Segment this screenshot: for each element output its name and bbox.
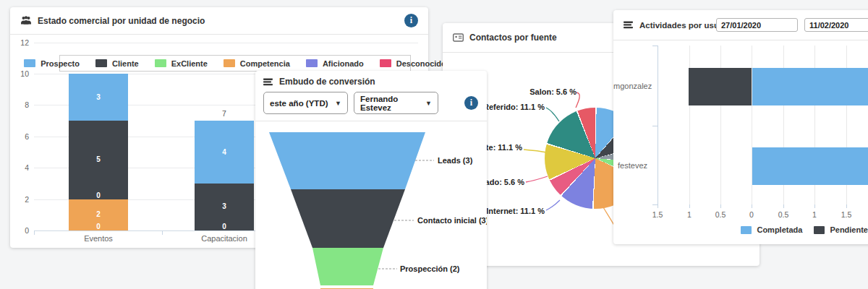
legend-item-cliente[interactable]: Cliente	[95, 59, 139, 68]
legend-swatch	[306, 59, 318, 67]
x-axis-tick-label: 1	[800, 210, 829, 219]
legend-swatch	[814, 226, 825, 234]
legend-item-excliente[interactable]: ExCliente	[155, 59, 208, 68]
bar-zero-value: 0	[84, 191, 113, 199]
user-select[interactable]: Fernando Estevez ▼	[354, 92, 438, 114]
info-icon[interactable]: i	[464, 96, 478, 110]
legend-label: ExCliente	[171, 59, 208, 68]
x-axis-tick	[846, 204, 847, 208]
x-axis-tick	[720, 204, 721, 208]
pie-connector-line	[546, 108, 559, 121]
bar-completada-festevez[interactable]	[752, 147, 868, 185]
bars-icon	[263, 78, 273, 86]
x-axis-tick	[34, 230, 35, 235]
funnel-stage-label: Leads (3)	[438, 156, 473, 165]
embudo-chart-area: Leads (3)Contacto inicial (3)Prospección…	[263, 126, 487, 289]
legend-swatch	[95, 59, 107, 67]
actividades-chart-area: mgonzalezfestevez1.510.500.511.5Completa…	[613, 40, 868, 244]
legend-label: Completada	[757, 225, 802, 234]
legend-item-desconocido[interactable]: Desconocido	[380, 59, 446, 68]
x-axis-tick-label: 0.5	[769, 210, 798, 219]
y-category-label: festevez	[613, 161, 652, 170]
panel-embudo-conversion: Embudo de conversión este año (YTD) ▼ Fe…	[255, 71, 487, 289]
legend-swatch	[380, 59, 391, 67]
x-axis-tick-label: 0	[737, 210, 766, 219]
pie-slice-label: nte: 11.1 %	[481, 143, 522, 152]
bar-segment-value: 3	[210, 202, 239, 210]
y-axis-tick-label: 12	[10, 38, 29, 47]
date-to-input[interactable]	[804, 18, 868, 32]
panel-actividades-por-usuario: Actividades por usuario mgonzalezfesteve…	[613, 10, 868, 244]
x-axis-tick-label: 1	[675, 210, 704, 219]
y-axis-tick	[652, 126, 658, 126]
legend-label: Pendiente	[830, 225, 868, 234]
funnel-stage-0[interactable]	[269, 132, 425, 189]
y-axis-tick	[652, 204, 658, 205]
bar-zero-value: 0	[210, 223, 239, 230]
legend-item-aficionado[interactable]: Aficionado	[306, 59, 364, 68]
y-axis-tick-label: 0	[10, 226, 29, 235]
y-category-label: mgonzalez	[613, 82, 652, 90]
x-axis-tick	[658, 204, 658, 208]
legend-label: Prospecto	[41, 59, 80, 68]
pie-connector-line	[526, 176, 548, 182]
x-axis-tick	[814, 204, 815, 208]
x-axis-tick-label: 1.5	[832, 210, 861, 219]
period-select-value: este año (YTD)	[270, 99, 328, 108]
y-axis-tick-label: 10	[10, 69, 29, 78]
y-axis-tick-label: 2	[10, 195, 29, 204]
user-select-value: Fernando Estevez	[360, 95, 425, 112]
funnel-stage-2[interactable]	[312, 248, 383, 285]
legend-label: Aficionado	[323, 59, 364, 68]
legend-swatch	[24, 59, 35, 67]
x-axis-tick	[689, 204, 690, 208]
legend-swatch	[155, 59, 166, 67]
x-axis-tick	[162, 230, 163, 235]
bar-zero-value: 0	[84, 223, 113, 230]
pie-connector-line	[524, 150, 547, 152]
legend-swatch	[741, 226, 752, 234]
legend-item-pendiente[interactable]: Pendiente	[814, 225, 868, 234]
legend-item-prospecto[interactable]: Prospecto	[24, 59, 80, 68]
bar-segment-value: 3	[84, 93, 113, 101]
legend-label: Competencia	[240, 59, 290, 68]
bar-segment-value: 5	[84, 155, 113, 163]
bar-total-label: 7	[210, 109, 239, 118]
x-axis-tick	[752, 204, 752, 208]
funnel-stage-label: Prospección (2)	[400, 264, 460, 273]
gridline	[34, 43, 418, 43]
y-axis-tick-label: 6	[10, 132, 29, 141]
funnel-stage-label: Contacto inicial (3)	[417, 216, 487, 225]
chevron-down-icon: ▼	[425, 100, 432, 107]
panel-embudo-header: Embudo de conversión este año (YTD) ▼ Fe…	[255, 71, 487, 121]
chevron-down-icon: ▼	[335, 100, 341, 107]
estado-legend: ProspectoClienteExClienteCompetenciaAfic…	[59, 55, 411, 72]
bar-segment-value: 4	[210, 148, 239, 156]
x-axis-tick	[783, 204, 784, 208]
bars-icon	[624, 21, 634, 29]
date-from-input[interactable]	[716, 18, 798, 32]
funnel-stage-1[interactable]	[291, 189, 405, 248]
x-axis-tick-label: 0.5	[706, 210, 735, 219]
legend-item-completada[interactable]: Completada	[741, 225, 802, 234]
legend-swatch	[224, 59, 235, 67]
pie-slice-label: Internet: 11.1 %	[486, 207, 545, 215]
y-axis-tick-label: 8	[10, 100, 29, 109]
period-select[interactable]: este año (YTD) ▼	[263, 92, 348, 114]
pie-connector-line	[546, 200, 560, 210]
y-axis-line	[658, 46, 658, 204]
bar-segment-value: 2	[84, 210, 113, 218]
legend-label: Desconocido	[396, 59, 446, 68]
x-category-label: Eventos	[55, 234, 142, 243]
funnel-svg: Leads (3)Contacto inicial (3)Prospección…	[263, 126, 487, 289]
legend-label: Cliente	[112, 59, 139, 68]
bar-pendiente-mgonzalez[interactable]	[689, 68, 752, 105]
actividades-legend: CompletadaPendiente	[755, 225, 868, 235]
x-axis-tick-label: 1.5	[643, 210, 672, 219]
bar-completada-mgonzalez[interactable]	[752, 68, 868, 105]
legend-item-competencia[interactable]: Competencia	[224, 59, 290, 68]
pie-slice-label: Salon: 5.6 %	[529, 87, 576, 96]
y-axis-tick	[652, 46, 658, 46]
pie-slice-label: Referido: 11.1 %	[483, 103, 545, 111]
crm-dashboard: Estado comercial por unidad de negocio i…	[0, 0, 868, 289]
